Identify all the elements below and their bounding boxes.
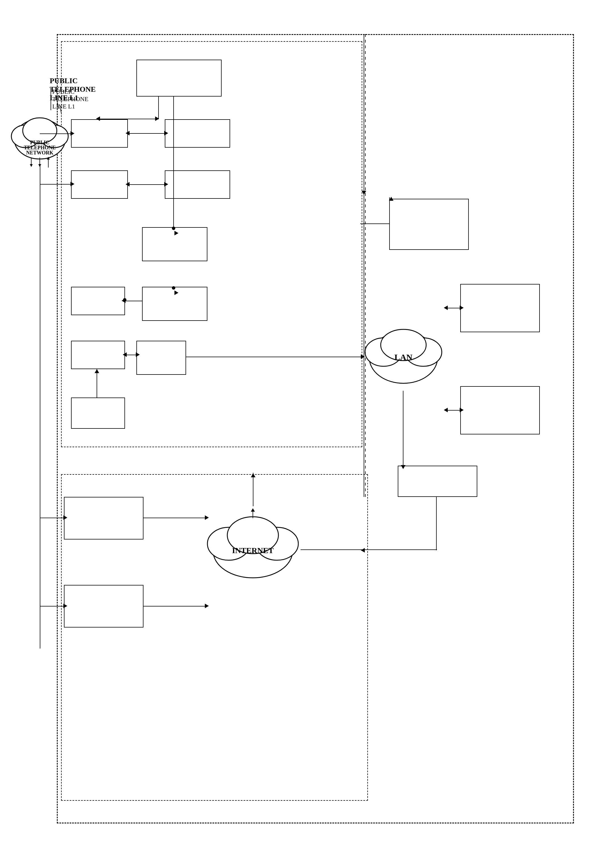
arrow-fax-op-r xyxy=(164,182,168,186)
h-line-lan-email xyxy=(360,223,390,224)
arrow-faxb-internet xyxy=(205,604,209,608)
lan-cloud: LAN xyxy=(361,318,446,392)
arrow-to-scan xyxy=(174,231,179,236)
internet-fax-a-box xyxy=(64,497,143,539)
arrow-to-ncu xyxy=(70,131,75,136)
h-line-if-lan xyxy=(186,356,362,357)
router-device-box xyxy=(398,466,477,497)
arrow-sram-l xyxy=(121,298,126,303)
h-line-sram xyxy=(124,301,143,301)
arrow-ncu-display-l xyxy=(126,131,129,135)
h-line-faxa-internet xyxy=(143,518,206,518)
arrow-lan-pc2 xyxy=(460,408,464,412)
email-server-box xyxy=(389,199,469,250)
arrow-fax-op-l xyxy=(126,182,129,186)
arrow-to-faxb xyxy=(63,604,67,608)
internet-cloud: INTERNET xyxy=(205,505,301,585)
arrow-lan-pc1 xyxy=(460,305,464,310)
main-control-unit xyxy=(137,60,222,96)
arrow-cf-up xyxy=(95,369,99,373)
operation-unit-box xyxy=(165,170,230,199)
client-pc-1-box xyxy=(460,284,540,332)
public-line-label: PUBLICTELEPHONELINE L1 xyxy=(51,88,89,110)
rom-box xyxy=(71,341,125,369)
svg-text:TELEPHONE: TELEPHONE xyxy=(24,145,56,150)
sram-box xyxy=(71,287,125,315)
arrow-rom-if-l xyxy=(123,352,127,357)
svg-text:LAN: LAN xyxy=(394,352,413,362)
arrow-cpu-ncu xyxy=(96,116,100,121)
v-line-lan-router xyxy=(403,391,403,466)
h-line-ncu-1 xyxy=(40,133,71,134)
h-line-internet-boundary xyxy=(301,549,365,550)
compact-flash-box xyxy=(71,397,125,429)
fax-machine-boundary xyxy=(61,41,362,447)
svg-marker-5 xyxy=(30,164,33,167)
v-line-email xyxy=(389,197,390,225)
v-line-cpu-scan xyxy=(173,96,174,227)
v-internet-up-thru xyxy=(253,473,253,506)
h-arrow-to-faxb xyxy=(40,606,64,606)
h-line-faxb-internet xyxy=(143,606,206,606)
h-line-lan-pc2 xyxy=(446,410,461,411)
svg-text:INTERNET: INTERNET xyxy=(232,546,274,555)
arrow-internet-left xyxy=(361,548,365,553)
arrow-ncu-cpu xyxy=(155,116,159,121)
v-line-cpu-ncu xyxy=(158,96,159,119)
arrow-rom-if-r xyxy=(136,352,140,357)
h-line-ncu-display xyxy=(127,133,165,134)
vertical-dashed-separator xyxy=(365,34,366,500)
arrow-pc2-lan xyxy=(444,408,448,412)
dot-print xyxy=(172,286,175,290)
h-line-lan-pc1 xyxy=(446,308,461,308)
arrow-internet-top xyxy=(251,473,255,477)
arrow-ncu-display-r xyxy=(164,131,168,135)
client-pc-2-box xyxy=(460,386,540,434)
svg-marker-23 xyxy=(251,508,255,512)
v-internet-router2 xyxy=(436,496,437,550)
arrow-faxa-internet xyxy=(205,515,209,520)
l2-boundary xyxy=(364,34,364,497)
h-line-fax-op xyxy=(127,184,165,185)
left-v-to-faxes xyxy=(40,165,40,648)
ncu-box xyxy=(71,119,128,148)
h-line-faxmodem xyxy=(40,184,71,184)
internet-fax-b-box xyxy=(64,585,143,628)
arrow-to-print xyxy=(174,290,179,295)
arrow-pc1-lan xyxy=(444,305,448,310)
dot-scan xyxy=(172,226,175,230)
faxmodem-box xyxy=(71,170,128,199)
display-unit-box xyxy=(165,119,230,148)
arrow-lan-router xyxy=(401,465,406,469)
interface-circuit-box xyxy=(137,341,186,375)
h-arrow-to-faxa xyxy=(40,518,64,518)
arrow-to-faxmodem xyxy=(70,182,75,186)
svg-text:PUBLIC: PUBLIC xyxy=(30,140,50,146)
arrow-to-faxa xyxy=(63,515,67,520)
svg-text:NETWORK: NETWORK xyxy=(26,150,53,156)
h-line-cpu-ncu xyxy=(99,119,158,119)
